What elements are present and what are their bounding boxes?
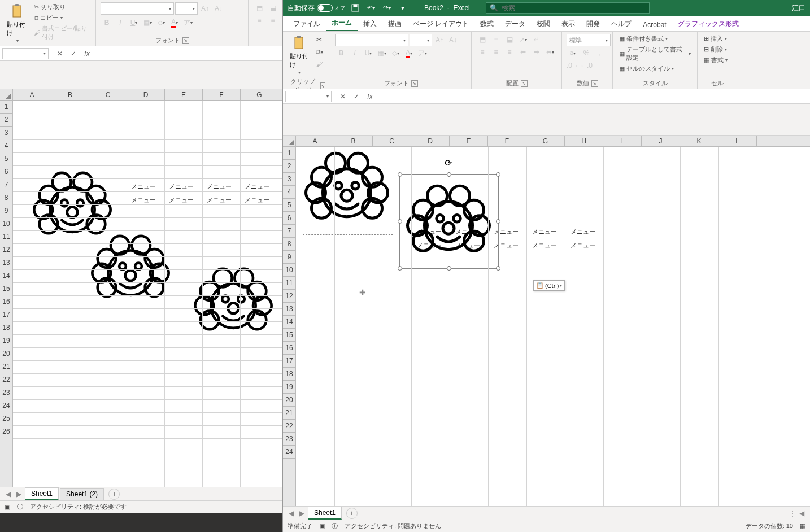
tab-review[interactable]: 校閲: [531, 16, 556, 31]
sheet-tab[interactable]: Sheet1 (2): [60, 488, 104, 500]
autosave-toggle[interactable]: 自動保存 オフ: [288, 3, 345, 13]
increase-font-button[interactable]: A↑: [199, 3, 211, 14]
conditional-formatting-button[interactable]: ▦条件付き書式▾: [617, 34, 669, 43]
fx-button[interactable]: fx: [80, 48, 94, 59]
align-left-button[interactable]: ≡: [476, 46, 489, 58]
cell[interactable]: メニュー: [530, 226, 559, 237]
record-macro-icon[interactable]: ▣: [5, 503, 10, 511]
fx-button[interactable]: fx: [363, 91, 377, 102]
row-header[interactable]: 22: [0, 373, 12, 386]
col-header[interactable]: I: [603, 136, 642, 146]
row-header[interactable]: 8: [283, 238, 295, 251]
row-header[interactable]: 15: [283, 329, 295, 342]
cell[interactable]: メニュー: [568, 226, 598, 237]
col-header[interactable]: F: [488, 136, 526, 146]
align-top-button[interactable]: ⬒: [476, 34, 489, 45]
inc-decimal-button[interactable]: .0→: [567, 60, 579, 71]
cell[interactable]: メニュー: [129, 181, 158, 192]
delete-cells-button[interactable]: ⊟削除▾: [702, 45, 729, 54]
select-all-button[interactable]: [0, 89, 13, 100]
row-header[interactable]: 14: [283, 316, 295, 329]
tab-file[interactable]: ファイル: [288, 16, 326, 31]
tab-developer[interactable]: 開発: [581, 16, 606, 31]
format-painter-button[interactable]: 🖌: [313, 59, 325, 70]
wrap-text-button[interactable]: ↵: [530, 34, 543, 45]
cell-styles-button[interactable]: ▦セルのスタイル▾: [617, 64, 676, 73]
user-label[interactable]: 江口: [792, 3, 805, 13]
bold-button[interactable]: B: [335, 47, 347, 59]
tab-draw[interactable]: 描画: [382, 16, 407, 31]
record-macro-icon[interactable]: ▣: [319, 522, 325, 530]
search-input[interactable]: [502, 4, 646, 12]
row-header[interactable]: 26: [0, 425, 12, 438]
row-header[interactable]: 24: [0, 399, 12, 412]
dialog-launcher-icon[interactable]: ↘: [182, 37, 189, 44]
fill-color-button[interactable]: ◇▾: [155, 17, 167, 28]
row-header[interactable]: 11: [0, 230, 12, 243]
tab-nav-prev[interactable]: ◀: [286, 509, 296, 517]
tab-data[interactable]: データ: [499, 16, 531, 31]
dialog-launcher-icon[interactable]: ↘: [320, 82, 325, 89]
align-left-button[interactable]: ≡: [253, 15, 265, 26]
underline-button[interactable]: U▾: [362, 47, 374, 59]
indent-dec-button[interactable]: ⬅: [517, 46, 529, 58]
font-color-button[interactable]: A▾: [168, 17, 181, 28]
align-middle-button[interactable]: ≡: [490, 34, 502, 45]
col-header[interactable]: G: [241, 89, 278, 100]
borders-button[interactable]: ▦▾: [376, 47, 388, 59]
row-header[interactable]: 13: [0, 256, 12, 269]
col-header[interactable]: E: [165, 89, 203, 100]
col-header[interactable]: E: [450, 136, 488, 146]
row-header[interactable]: 15: [0, 282, 12, 295]
enter-formula-button[interactable]: ✓: [350, 91, 363, 102]
cut-button[interactable]: ✂切り取り: [32, 2, 91, 12]
font-color-button[interactable]: A▾: [403, 47, 415, 59]
percent-button[interactable]: %: [580, 47, 593, 59]
tab-view[interactable]: 表示: [556, 16, 581, 31]
align-bottom-button[interactable]: ⬓: [503, 34, 516, 45]
row-header[interactable]: 14: [0, 269, 12, 282]
increase-font-button[interactable]: A↑: [433, 34, 446, 46]
row-header[interactable]: 23: [283, 433, 295, 446]
insert-cells-button[interactable]: ⊞挿入▾: [702, 34, 729, 43]
row-header[interactable]: 18: [0, 321, 12, 334]
indent-inc-button[interactable]: ➡: [530, 46, 543, 58]
tab-help[interactable]: ヘルプ: [606, 16, 637, 31]
row-header[interactable]: 10: [0, 217, 12, 230]
tab-home[interactable]: ホーム: [326, 15, 358, 31]
phonetic-button[interactable]: ア▾: [182, 17, 194, 28]
row-header[interactable]: 2: [283, 160, 295, 173]
row-header[interactable]: 20: [283, 394, 295, 407]
tab-formulas[interactable]: 数式: [474, 16, 499, 31]
row-header[interactable]: 18: [283, 368, 295, 381]
row-header[interactable]: 1: [283, 147, 295, 160]
sheet-tab[interactable]: Sheet1: [308, 507, 342, 520]
col-header[interactable]: B: [334, 136, 373, 146]
undo-icon[interactable]: ↶▾: [365, 2, 377, 14]
cut-button[interactable]: ✂: [313, 34, 325, 45]
font-size-combo[interactable]: ▾: [175, 2, 198, 15]
row-header[interactable]: 20: [0, 347, 12, 360]
col-header[interactable]: A: [13, 89, 51, 100]
tab-nav-next[interactable]: ▶: [297, 509, 307, 517]
orientation-button[interactable]: ↗▾: [517, 34, 529, 45]
row-header[interactable]: 6: [283, 212, 295, 225]
currency-button[interactable]: ¤▾: [567, 47, 579, 59]
row-header[interactable]: 12: [0, 243, 12, 256]
row-header[interactable]: 3: [283, 173, 295, 186]
align-top-button[interactable]: ⬒: [253, 2, 265, 14]
col-header[interactable]: K: [680, 136, 718, 146]
tab-insert[interactable]: 挿入: [358, 16, 382, 31]
bold-button[interactable]: B: [101, 17, 113, 28]
row-header[interactable]: 4: [283, 186, 295, 199]
enter-formula-button[interactable]: ✓: [67, 48, 80, 59]
paste-button[interactable]: 貼り付け ▾: [5, 2, 30, 45]
save-icon[interactable]: [350, 2, 361, 14]
redo-icon[interactable]: ↷▾: [381, 2, 393, 14]
paste-button[interactable]: 貼り付け▾: [288, 34, 311, 76]
cancel-formula-button[interactable]: ✕: [53, 48, 67, 59]
dialog-launcher-icon[interactable]: ↘: [521, 80, 528, 87]
align-center-button[interactable]: ≡: [490, 46, 502, 58]
font-name-combo[interactable]: ▾: [101, 2, 174, 15]
italic-button[interactable]: I: [114, 17, 127, 28]
